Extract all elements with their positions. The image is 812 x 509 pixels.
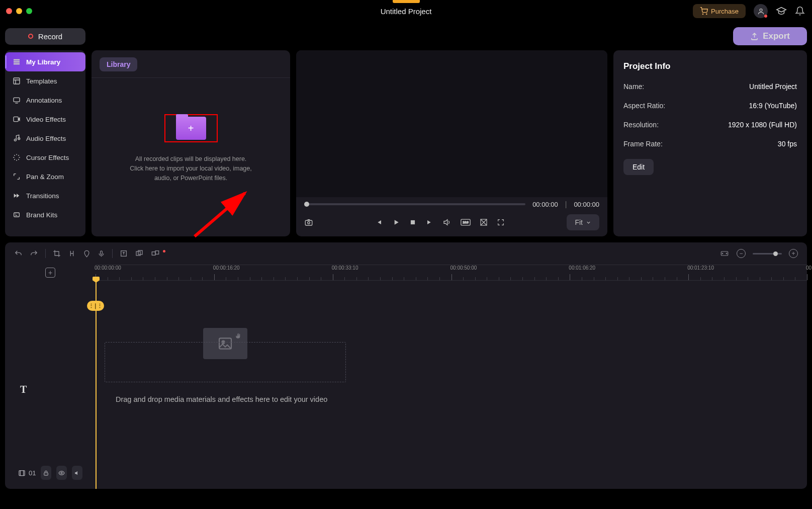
volume-button[interactable] <box>442 218 452 227</box>
tutorials-button[interactable] <box>776 6 787 17</box>
ruler-label: 00:00:50:00 <box>450 265 477 271</box>
track-mute-button[interactable] <box>72 466 82 480</box>
cart-icon <box>700 7 708 15</box>
timeline-toolbar: − + <box>5 242 807 265</box>
prop-label: Resolution: <box>623 121 659 129</box>
import-media-button[interactable]: + <box>164 114 218 142</box>
sidebar-item-cursor-effects[interactable]: Cursor Effects <box>5 148 85 167</box>
close-window-button[interactable] <box>6 8 12 14</box>
edit-project-button[interactable]: Edit <box>623 159 654 175</box>
brand-kits-icon <box>12 210 21 219</box>
next-frame-button[interactable] <box>425 218 433 226</box>
notification-dot <box>764 15 767 18</box>
fit-dropdown[interactable]: Fit <box>567 214 599 230</box>
preview-canvas[interactable] <box>296 50 607 197</box>
split-button[interactable] <box>68 249 76 258</box>
layers-button[interactable] <box>135 249 144 258</box>
sidebar-item-my-library[interactable]: My Library <box>5 52 85 71</box>
time-current: 00:00:00 <box>532 201 558 208</box>
zoom-slider[interactable] <box>753 253 782 254</box>
marker-button[interactable] <box>83 249 91 258</box>
crop-button[interactable] <box>53 249 61 258</box>
svg-point-2 <box>760 9 762 11</box>
sidebar-item-transitions[interactable]: Transitions <box>5 186 85 205</box>
ruler-label: 00:0 <box>806 265 812 271</box>
aspect-ratio-button[interactable]: 16:9 <box>461 219 471 226</box>
split-marker[interactable]: ⋮∣⋮ <box>87 301 104 311</box>
prop-value: 30 fps <box>778 140 797 148</box>
sidebar-item-video-effects[interactable]: Video Effects <box>5 110 85 129</box>
sidebar-item-annotations[interactable]: Annotations <box>5 91 85 110</box>
sidebar-item-audio-effects[interactable]: Audio Effects <box>5 129 85 148</box>
play-button[interactable] <box>392 218 400 226</box>
svg-text:16:9: 16:9 <box>463 221 469 224</box>
stop-icon <box>409 219 416 226</box>
track-lock-button[interactable] <box>41 466 51 480</box>
svg-rect-23 <box>152 252 155 256</box>
sidebar-item-templates[interactable]: Templates <box>5 71 85 91</box>
grid-button[interactable] <box>480 218 488 226</box>
notifications-button[interactable] <box>795 6 805 16</box>
project-title: Untitled Project <box>381 7 432 16</box>
add-track-button[interactable]: + <box>45 268 55 278</box>
text-track-icon: T <box>20 384 27 395</box>
drop-zone[interactable] <box>105 342 346 382</box>
fit-timeline-button[interactable] <box>719 249 730 258</box>
svg-rect-19 <box>101 250 103 254</box>
account-button[interactable] <box>754 4 768 18</box>
record-button[interactable]: Record <box>5 28 85 45</box>
track-headers: T 01 <box>5 281 96 489</box>
track-visibility-button[interactable] <box>56 466 67 480</box>
fullscreen-button[interactable] <box>497 218 505 226</box>
purchase-button[interactable]: Purchase <box>693 4 746 18</box>
prev-frame-button[interactable] <box>375 218 383 226</box>
speaker-icon <box>74 470 80 476</box>
sidebar-item-brand-kits[interactable]: Brand Kits <box>5 205 85 224</box>
svg-rect-5 <box>14 63 20 65</box>
text-tool-button[interactable] <box>120 249 128 258</box>
export-button[interactable]: Export <box>733 27 807 45</box>
stop-button[interactable] <box>409 219 416 226</box>
timeline-tracks[interactable]: ⋮∣⋮ Drag and drop media materials and ef… <box>96 281 807 489</box>
titlebar: Untitled Project Purchase <box>0 0 812 22</box>
ruler-label: 00:00:33:10 <box>332 265 358 271</box>
svg-rect-27 <box>44 472 48 475</box>
sidebar-item-label: Transitions <box>26 192 59 200</box>
voiceover-button[interactable] <box>98 249 105 258</box>
maximize-window-button[interactable] <box>26 8 32 14</box>
fit-label: Fit <box>575 218 583 226</box>
playhead[interactable]: ⋮∣⋮ <box>96 281 97 489</box>
preview-scrubber[interactable] <box>304 203 525 205</box>
lock-icon <box>43 470 49 476</box>
timeline-ruler[interactable]: 00:00:00:0000:00:16:2000:00:33:1000:00:5… <box>96 265 807 281</box>
video-effects-icon <box>12 115 21 124</box>
batch-button[interactable] <box>151 249 160 258</box>
camera-icon <box>304 218 313 227</box>
eye-icon <box>58 470 65 476</box>
minimize-window-button[interactable] <box>16 8 22 14</box>
next-icon <box>425 218 433 226</box>
svg-rect-3 <box>14 59 20 61</box>
svg-point-1 <box>706 14 707 14</box>
library-icon <box>12 57 21 66</box>
prop-row-resolution: Resolution: 1920 x 1080 (Full HD) <box>623 121 797 129</box>
svg-point-14 <box>308 222 310 224</box>
library-help-text: All recorded clips will be displayed her… <box>128 154 254 183</box>
redo-icon <box>30 249 38 258</box>
svg-rect-13 <box>305 220 312 225</box>
redo-button[interactable] <box>30 249 38 258</box>
sidebar-item-pan-zoom[interactable]: Pan & Zoom <box>5 167 85 186</box>
snapshot-button[interactable] <box>304 218 313 227</box>
project-info-title: Project Info <box>623 61 797 71</box>
library-tab[interactable]: Library <box>100 57 137 71</box>
undo-button[interactable] <box>14 249 23 258</box>
svg-rect-11 <box>14 213 20 217</box>
volume-icon <box>442 218 452 227</box>
ruler-label: 00:00:00:00 <box>95 265 121 271</box>
time-separator: | <box>565 200 567 208</box>
zoom-out-button[interactable]: − <box>737 249 746 258</box>
zoom-in-button[interactable]: + <box>789 249 798 258</box>
user-icon <box>757 8 765 15</box>
purchase-label: Purchase <box>711 8 739 15</box>
sidebar-item-label: Video Effects <box>26 116 66 123</box>
